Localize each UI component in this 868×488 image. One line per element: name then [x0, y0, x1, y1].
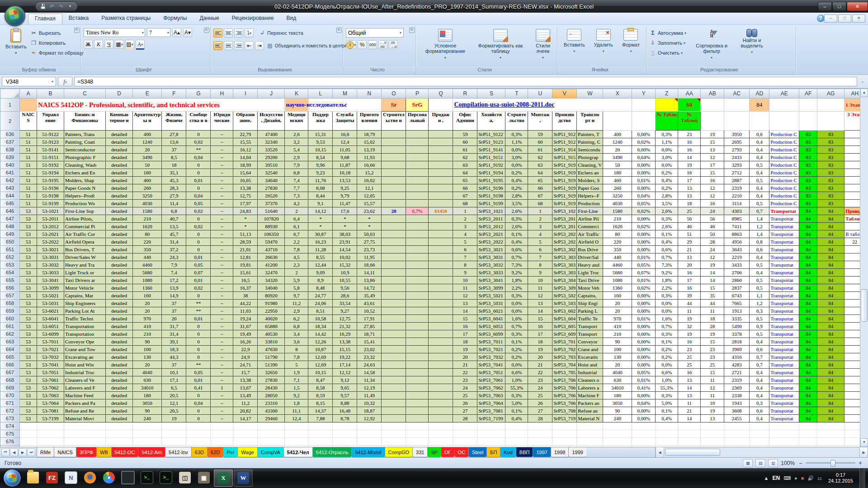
cell[interactable]: Captains, — [577, 292, 603, 300]
cell[interactable]: ** — [186, 361, 211, 369]
cell[interactable]: Bus Drive — [577, 246, 603, 253]
cell[interactable] — [133, 430, 162, 438]
cell[interactable]: 16 — [701, 177, 724, 184]
row-header[interactable]: 670 — [0, 392, 20, 399]
cell[interactable]: 51-9192 — [37, 161, 64, 169]
cell[interactable]: 2433 — [724, 154, 750, 161]
cell[interactable]: 33520 — [258, 146, 285, 154]
cell[interactable]: 12,05 — [357, 192, 382, 200]
cell[interactable]: * — [357, 223, 382, 230]
cell[interactable]: SrP51_914 — [552, 146, 577, 154]
cell[interactable] — [429, 446, 453, 447]
cell[interactable]: 51 — [20, 154, 37, 161]
cell[interactable]: 51 — [678, 230, 701, 238]
column-header-Q[interactable]: Q — [429, 89, 453, 99]
cell[interactable]: 18 — [162, 161, 186, 169]
row-header[interactable]: 668 — [0, 376, 20, 384]
cell[interactable]: 260 — [603, 184, 632, 192]
cell[interactable]: 440 — [603, 253, 632, 261]
cell[interactable]: 3608 — [724, 407, 750, 415]
cell[interactable] — [724, 422, 750, 430]
cell[interactable] — [429, 146, 453, 154]
insert-cells-button[interactable]: Вставить▾ — [562, 28, 587, 55]
cell[interactable]: 2837 — [724, 284, 750, 292]
cell[interactable]: 4030 — [133, 200, 162, 207]
cell[interactable]: 44,22 — [233, 300, 258, 307]
cell[interactable]: detailed — [106, 238, 133, 246]
cell[interactable]: 43300 — [258, 407, 285, 415]
cell[interactable]: 51-9194 — [37, 169, 64, 177]
column-header-AF[interactable]: AF — [799, 89, 817, 99]
cell[interactable] — [258, 422, 285, 430]
cell[interactable] — [406, 161, 429, 169]
column-header-L[interactable]: L — [308, 89, 333, 99]
cell[interactable]: 39510 — [258, 161, 285, 169]
cell[interactable]: 32540 — [258, 169, 285, 177]
cell[interactable] — [133, 438, 162, 446]
cell[interactable]: 22950 — [258, 307, 285, 315]
cell[interactable]: 13 — [678, 392, 701, 399]
row-header[interactable]: 658 — [0, 300, 20, 307]
cell[interactable]: ~ — [211, 361, 233, 369]
cell[interactable]: 8,48 — [308, 284, 333, 292]
wrap-text-button[interactable]: ↲Перенос текста — [259, 28, 303, 38]
cell[interactable]: 67 — [528, 192, 552, 200]
cell[interactable]: 1,2 — [750, 300, 769, 307]
cell[interactable] — [357, 430, 382, 438]
cell[interactable]: Excavatin — [577, 353, 603, 361]
header-cell[interactable]: Управл ение — [37, 112, 64, 131]
cell[interactable]: ~ — [211, 161, 233, 169]
cell[interactable]: 53 — [20, 353, 37, 361]
cell[interactable]: 65880 — [258, 323, 285, 330]
cell[interactable]: 6,8 — [285, 323, 308, 330]
header-cell[interactable]: Поддер жка — [308, 112, 333, 131]
cell[interactable]: Crane and Tow — [64, 346, 106, 353]
cell[interactable]: Taxi Drivers ar — [64, 277, 106, 284]
cell[interactable]: Packers an — [577, 399, 603, 407]
cell[interactable]: ~ — [211, 215, 233, 223]
cell[interactable]: 1620 — [603, 223, 632, 230]
cell[interactable]: 0,2% — [505, 184, 528, 192]
cell[interactable]: 83 — [799, 161, 817, 169]
cell[interactable]: 2,3 — [285, 261, 308, 269]
cell[interactable] — [429, 277, 453, 284]
cell[interactable]: 0,6% — [656, 246, 678, 253]
cell[interactable]: 50 — [603, 161, 632, 169]
cell[interactable]: 2219 — [724, 253, 750, 261]
cell[interactable]: 210 — [133, 215, 162, 223]
cell[interactable]: detailed — [106, 169, 133, 177]
sheet-tab-ВВП[interactable]: ВВП — [516, 447, 533, 457]
cell[interactable]: Heavy and — [577, 261, 603, 269]
cell[interactable]: 84 — [817, 292, 844, 300]
sheet-tab-CompVA[interactable]: CompVA — [257, 447, 284, 457]
cell[interactable]: 25 — [701, 361, 724, 369]
cell[interactable]: ~ — [211, 177, 233, 184]
decrease-decimal-button[interactable]: ,00→,0 — [389, 40, 398, 49]
cell[interactable]: 0,6 — [750, 246, 769, 253]
cell[interactable]: 0,2% — [656, 353, 678, 361]
cell[interactable]: 18 — [701, 315, 724, 323]
format-painter-button[interactable]: ✒Формат по образцу — [30, 48, 84, 58]
cell[interactable]: 2,9 — [285, 307, 308, 315]
bold-button[interactable]: Ж — [84, 40, 93, 49]
row-header[interactable]: 654 — [0, 269, 20, 277]
cell[interactable]: 27,75 — [357, 238, 382, 246]
cell[interactable]: 26630 — [258, 253, 285, 261]
cell[interactable]: 84 — [799, 415, 817, 422]
cell[interactable]: 83 — [817, 138, 844, 146]
cell[interactable] — [453, 422, 477, 430]
cell[interactable]: 220 — [133, 238, 162, 246]
cell[interactable] — [406, 415, 429, 422]
cell[interactable]: 31,4 — [162, 238, 186, 246]
cell[interactable]: 4040 — [133, 369, 162, 376]
cell[interactable]: 31,4 — [162, 330, 186, 338]
cell[interactable]: detailed — [106, 323, 133, 330]
cell[interactable]: SrP53_3099 — [477, 284, 505, 292]
cell[interactable]: 16,65 — [233, 177, 258, 184]
header-cell[interactable]: Компью терное и — [106, 112, 133, 131]
cell[interactable]: detailed — [106, 392, 133, 399]
cell[interactable]: 0,02% — [632, 207, 656, 215]
cell[interactable] — [382, 200, 406, 207]
cell[interactable]: 84 — [817, 330, 844, 338]
cell[interactable]: 4030 — [603, 200, 632, 207]
